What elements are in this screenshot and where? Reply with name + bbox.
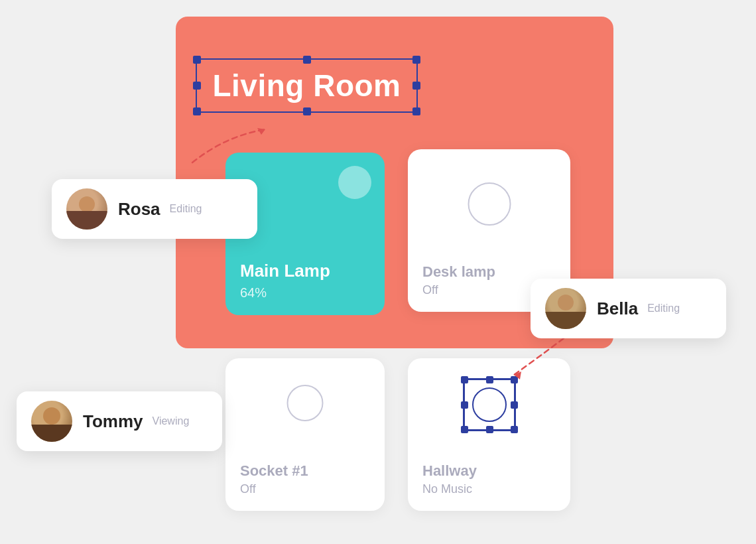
user-status-tommy: Viewing: [153, 415, 190, 427]
user-name-tommy: Tommy: [83, 411, 143, 432]
hallway-inner-circle: [472, 387, 507, 422]
user-card-rosa[interactable]: Rosa Editing: [52, 179, 257, 239]
handle-bc: [303, 107, 311, 115]
user-info-rosa: Rosa Editing: [118, 199, 202, 220]
lamp-circle-icon: [338, 166, 371, 199]
socket-icon: [287, 385, 324, 421]
hallway-handle-tc: [486, 376, 493, 383]
desk-lamp-title: Desk lamp: [422, 263, 556, 281]
main-lamp-title: Main Lamp: [240, 261, 370, 281]
handle-br: [412, 107, 420, 115]
user-name-bella: Bella: [597, 299, 638, 319]
user-info-tommy: Tommy Viewing: [83, 411, 189, 432]
user-status-bella: Editing: [647, 303, 680, 314]
avatar-rosa: [66, 188, 107, 230]
user-info-bella: Bella Editing: [597, 299, 680, 319]
user-card-bella[interactable]: Bella Editing: [531, 279, 726, 338]
handle-mr: [412, 82, 420, 90]
main-lamp-status: 64%: [240, 285, 370, 301]
handle-tc: [303, 56, 311, 64]
hallway-title: Hallway: [422, 462, 556, 480]
hallway-handle-br: [511, 426, 518, 433]
card-socket[interactable]: Socket #1 Off: [225, 358, 385, 511]
socket-title: Socket #1: [240, 462, 370, 480]
socket-status: Off: [240, 482, 370, 496]
hallway-handle-tl: [461, 376, 468, 383]
desk-lamp-icon: [468, 182, 511, 226]
hallway-handle-ml: [461, 401, 468, 409]
living-room-text: Living Room: [212, 68, 401, 103]
hallway-handle-bl: [461, 426, 468, 433]
arrow-bella: [504, 332, 570, 387]
avatar-tommy: [31, 401, 72, 442]
handle-bl: [193, 107, 201, 115]
hallway-handle-mr: [511, 401, 518, 409]
avatar-bella: [545, 288, 586, 329]
hallway-status: No Music: [422, 482, 556, 496]
handle-tl: [193, 56, 201, 64]
user-card-tommy[interactable]: Tommy Viewing: [17, 391, 222, 451]
handle-ml: [193, 82, 201, 90]
living-room-label-box[interactable]: Living Room: [196, 58, 418, 113]
user-name-rosa: Rosa: [118, 199, 160, 220]
user-status-rosa: Editing: [170, 203, 202, 215]
hallway-handle-bc: [486, 426, 493, 433]
handle-tr: [412, 56, 420, 64]
arrow-rosa: [186, 123, 272, 178]
